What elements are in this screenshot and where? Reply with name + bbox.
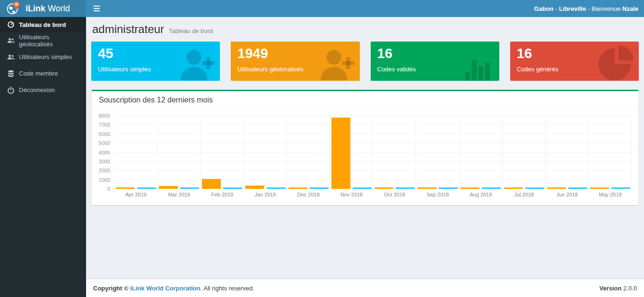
bar-orange-series [202, 179, 221, 189]
bar-orange-series [504, 187, 523, 189]
y-axis-tick-label: 4000 [99, 150, 110, 155]
chart-y-axis: 010002000300040005000600070008000 [96, 116, 114, 189]
chart-group-jul-2018: Jul 2018 [503, 116, 546, 189]
bar-blue-series [180, 187, 199, 189]
stat-card: 45Utilisateurs simples [91, 42, 220, 81]
sidebar-item-label: Déconnexion [19, 86, 55, 93]
navbar: Gabon - Libreville - Bienvenue Nzale [86, 0, 644, 17]
chart-group-jan-2019: Jan 2019 [244, 116, 287, 189]
brand-title: iLink World [26, 4, 70, 14]
footer-company-link[interactable]: iLink World Corporation [130, 285, 200, 292]
footer-version: Version 2.0.0 [600, 285, 637, 292]
chart-panel: Souscription des 12 derniers mois 010002… [91, 90, 639, 205]
y-axis-tick-label: 5000 [99, 140, 110, 146]
chart-group-sep-2018: Sep 2018 [416, 116, 459, 189]
bar-blue-series [310, 187, 329, 189]
brand-globe-icon: $ [6, 0, 20, 17]
bar-orange-series [331, 118, 350, 189]
bar-chart-icon [464, 54, 495, 81]
stat-card: 1949Utilisateurs géolocalisés [231, 42, 359, 81]
bar-orange-series [418, 187, 436, 189]
power-icon [7, 86, 15, 94]
chart-group-may-2018: May 2018 [589, 116, 632, 189]
chart-group-mar-2019: Mar 2019 [157, 116, 200, 189]
bar-blue-series [267, 187, 286, 189]
chart-group-jun-2018: Jun 2018 [546, 116, 589, 189]
sidebar-item-users-simple[interactable]: Utilisateurs simples [0, 49, 86, 65]
page-header: administrateur Tableau de bord [91, 20, 639, 42]
chart-group-oct-2018: Oct 2018 [373, 116, 416, 189]
bar-orange-series [461, 187, 479, 189]
bar-orange-series [245, 186, 264, 189]
subscription-bar-chart: 010002000300040005000600070008000 Apr 20… [96, 116, 632, 189]
page-title: administrateur [92, 23, 164, 36]
user-plus-icon [178, 47, 215, 81]
y-axis-tick-label: 0 [107, 186, 110, 192]
x-axis-tick-label: Jan 2019 [244, 192, 287, 197]
stat-card: 16Codes validés [371, 42, 499, 81]
bar-blue-series [223, 187, 242, 189]
y-axis-tick-label: 6000 [99, 131, 110, 137]
chart-panel-body: 010002000300040005000600070008000 Apr 20… [92, 109, 638, 205]
chart-group-dec-2018: Dec 2018 [287, 116, 330, 189]
sidebar-item-label: Code membre [19, 70, 58, 77]
users-icon [7, 37, 15, 44]
footer-copyright: Copyright © iLink World Corporation. All… [93, 285, 254, 292]
y-axis-tick-label: 1000 [99, 177, 110, 183]
sidebar-item-label: Utilisateurs simples [19, 53, 72, 60]
chart-group-feb-2019: Feb 2019 [200, 116, 244, 189]
bar-orange-series [547, 187, 566, 189]
sidebar-item-logout[interactable]: Déconnexion [0, 82, 86, 98]
x-axis-tick-label: Aug 2018 [459, 192, 502, 197]
chart-group-aug-2018: Aug 2018 [459, 116, 502, 189]
x-axis-tick-label: Jul 2018 [503, 192, 546, 197]
x-axis-tick-label: Dec 2018 [287, 192, 330, 197]
x-axis-tick-label: Jun 2018 [546, 192, 589, 197]
header-user-info: Gabon - Libreville - Bienvenue Nzale [534, 5, 644, 12]
bar-blue-series [439, 187, 458, 189]
x-axis-tick-label: Sep 2018 [416, 192, 459, 197]
sidebar-item-dashboard[interactable]: Tableau de bord [0, 17, 86, 32]
chart-group-nov-2018: Nov 2018 [330, 116, 373, 189]
y-axis-tick-label: 7000 [99, 122, 110, 127]
bar-blue-series [353, 187, 372, 189]
dashboard-icon [7, 21, 15, 28]
bar-blue-series [611, 187, 630, 189]
x-axis-tick-label: May 2018 [589, 192, 632, 197]
sidebar-item-users-geo[interactable]: Utilisateurs géolocalisés [0, 32, 86, 49]
bar-blue-series [482, 187, 501, 189]
bar-orange-series [288, 187, 307, 189]
sidebar-item-label: Utilisateurs géolocalisés [19, 34, 79, 48]
sidebar-item-label: Tableau de bord [19, 21, 66, 28]
page-subtitle: Tableau de bord [169, 27, 213, 34]
app-root: $ iLink World Gabon - Libreville - Bienv… [0, 0, 644, 297]
pie-chart-icon [598, 45, 634, 81]
y-axis-tick-label: 2000 [99, 168, 110, 173]
x-axis-tick-label: Apr 2019 [114, 192, 157, 197]
bar-orange-series [116, 187, 135, 189]
chart-group-apr-2019: Apr 2019 [114, 116, 157, 189]
x-axis-tick-label: Mar 2019 [157, 192, 200, 197]
x-axis-tick-label: Oct 2018 [373, 192, 416, 197]
bar-orange-series [159, 186, 178, 189]
bar-blue-series [568, 187, 587, 189]
bar-blue-series [525, 187, 544, 189]
users-icon [7, 53, 15, 61]
chart-panel-title: Souscription des 12 derniers mois [92, 91, 638, 109]
sidebar-toggle-icon[interactable] [86, 0, 107, 17]
sidebar: Tableau de bordUtilisateurs géolocalisés… [0, 17, 86, 297]
x-axis-tick-label: Feb 2019 [200, 192, 244, 197]
main-content: administrateur Tableau de bord 45Utilisa… [86, 17, 644, 279]
bar-blue-series [396, 187, 415, 189]
user-plus-icon [318, 47, 355, 81]
stat-cards-row: 45Utilisateurs simples1949Utilisateurs g… [91, 42, 639, 81]
top-navbar: $ iLink World Gabon - Libreville - Bienv… [0, 0, 644, 17]
stat-card: 16Codes générés [510, 42, 639, 81]
sidebar-item-member-code[interactable]: Code membre [0, 65, 86, 82]
chart-plot-area: Apr 2019Mar 2019Feb 2019Jan 2019Dec 2018… [114, 116, 632, 189]
bar-blue-series [137, 187, 156, 189]
footer: Copyright © iLink World Corporation. All… [86, 279, 644, 297]
y-axis-tick-label: 3000 [99, 159, 110, 164]
brand-logo[interactable]: $ iLink World [0, 0, 86, 17]
y-axis-tick-label: 8000 [99, 113, 110, 119]
